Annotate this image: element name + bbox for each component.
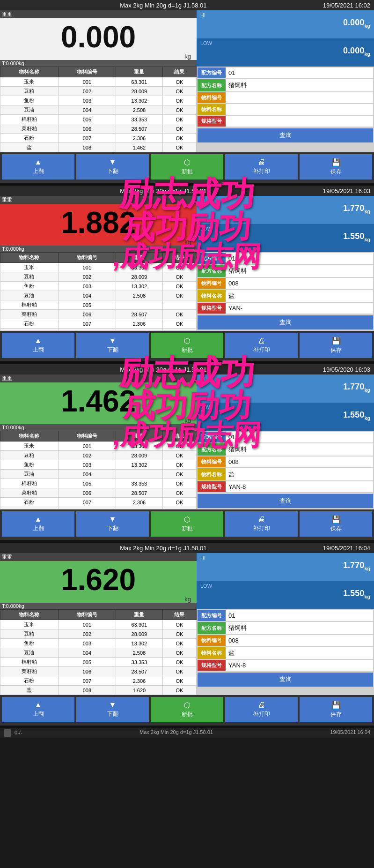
low-panel: LOW 1.550kg <box>197 224 374 252</box>
low-label: LOW <box>200 404 370 410</box>
table-row: 菜籽粕 006 28.507 OK <box>0 488 197 498</box>
query-button[interactable]: 查询 <box>198 128 373 142</box>
material-num-label: 物料编号 <box>198 278 226 289</box>
toolbar: ▲ 上翻 ▼ 下翻 ⬡ 新批 🖨 补打印 💾 保存 <box>0 152 374 181</box>
formula-name-row: 配方名称 猪饲料 <box>198 443 373 456</box>
table-row: 玉米 001 63.301 OK <box>0 77 197 87</box>
toolbar-save-btn[interactable]: 💾 保存 <box>300 697 372 722</box>
weight-label-row: 重重 <box>0 10 197 18</box>
table-row: 豆粕 002 28.009 OK <box>0 629 197 639</box>
toolbar-down-btn[interactable]: ▼ 下翻 <box>76 697 149 722</box>
header-right: 19/05/2021 16:03 <box>323 187 370 195</box>
material-name-row: 物料名称 盐 <box>198 468 373 480</box>
formula-num-value: 01 <box>226 253 373 264</box>
spec-value: YAN- <box>226 303 373 314</box>
table-header-row: 物料名称 物料编号 重量 结果 <box>0 67 197 77</box>
toolbar-up-btn[interactable]: ▲ 上翻 <box>2 154 74 180</box>
table-row: 盐 008 1.462 OK <box>0 143 197 152</box>
toolbar-up-btn[interactable]: ▲ 上翻 <box>2 697 74 722</box>
toolbar-new-btn[interactable]: ⬡ 新批 <box>151 333 223 358</box>
toolbar-new-btn[interactable]: ⬡ 新批 <box>151 511 223 537</box>
toolbar-down-btn[interactable]: ▼ 下翻 <box>76 154 149 180</box>
weight-label-row: 重重 <box>0 374 197 382</box>
toolbar-print-btn[interactable]: 🖨 补打印 <box>225 154 298 180</box>
material-name-value: 盐 <box>226 468 373 480</box>
save-icon: 💾 <box>331 701 341 710</box>
formula-name-row: 配方名称 猪饲料 <box>198 79 373 91</box>
query-button[interactable]: 查询 <box>198 315 373 329</box>
status-left: 0-/- <box>4 729 22 737</box>
info-panel: 配方编号 01 配方名称 猪饲料 物料编号 008 物料名称 盐 <box>197 431 374 509</box>
formula-name-value: 猪饲料 <box>226 443 373 456</box>
weight-main: 重重 1.620 kg T:0.000kg <box>0 553 197 609</box>
table-section: 物料名称 物料编号 重量 结果 玉米 001 63.301 OK 豆粕 002 … <box>0 431 374 509</box>
toolbar-down-btn[interactable]: ▼ 下翻 <box>76 511 149 537</box>
formula-num-label: 配方编号 <box>198 610 226 621</box>
weight-unit: kg <box>0 417 197 424</box>
header-center: Max 2kg Min 20g d=1g J1.58.01 <box>120 187 206 195</box>
formula-name-label: 配方名称 <box>198 265 226 277</box>
query-button[interactable]: 查询 <box>198 494 373 508</box>
weight-unit: kg <box>0 239 197 246</box>
toolbar-save-btn[interactable]: 💾 保存 <box>300 154 372 180</box>
toolbar-save-btn[interactable]: 💾 保存 <box>300 511 372 537</box>
weight-area: 重重 0.000 kg T:0.000kg HI 0.000kg <box>0 10 374 67</box>
info-panel: 配方编号 01 配方名称 猪饲料 物料编号 物料名称 <box>197 67 374 152</box>
spec-row: 规格型号 YAN-8 <box>198 660 373 671</box>
toolbar-print-btn[interactable]: 🖨 补打印 <box>225 697 298 722</box>
toolbar-new-btn[interactable]: ⬡ 新批 <box>151 697 223 722</box>
formula-num-value: 01 <box>226 432 373 442</box>
table-row: 菜籽粕 006 28.507 OK <box>0 124 197 134</box>
toolbar-print-btn[interactable]: 🖨 补打印 <box>225 333 298 358</box>
data-table: 物料名称 物料编号 重量 结果 玉米 001 63.301 OK 豆粕 002 … <box>0 252 197 331</box>
table-row: 石粉 007 2.306 OK <box>0 134 197 143</box>
material-name-label: 物料名称 <box>198 290 226 302</box>
tare-row: T:0.000kg <box>0 246 197 252</box>
spec-row: 规格型号 YAN- <box>198 303 373 314</box>
formula-name-value: 猪饲料 <box>226 622 373 634</box>
material-num-row: 物料编号 <box>198 92 373 103</box>
formula-num-value: 01 <box>226 67 373 78</box>
formula-name-label: 配方名称 <box>198 443 226 456</box>
header-center: Max 2kg Min 20g d=1g J1.58.01 <box>120 366 206 373</box>
material-name-value: 盐 <box>226 290 373 302</box>
toolbar-up-btn[interactable]: ▲ 上翻 <box>2 333 74 358</box>
material-num-value <box>226 92 373 103</box>
screen-panel-4: Max 2kg Min 20g d=1g J1.58.01 19/05/2021… <box>0 543 374 726</box>
data-table: 物料名称 物料编号 重量 结果 玉米 001 63.301 OK 豆粕 002 … <box>0 67 197 152</box>
spec-label: 规格型号 <box>198 116 226 127</box>
material-num-value: 008 <box>226 635 373 646</box>
hi-label: HI <box>200 376 370 382</box>
header-right: 19/05/2021 16:02 <box>323 2 370 9</box>
new-icon: ⬡ <box>184 158 191 167</box>
table-row: 棉籽粕 005 33.353 OK <box>0 658 197 667</box>
data-table: 物料名称 物料编号 重量 结果 玉米 001 63.301 OK 豆粕 002 … <box>0 431 197 509</box>
toolbar-up-btn[interactable]: ▲ 上翻 <box>2 511 74 537</box>
toolbar-print-btn[interactable]: 🖨 补打印 <box>225 511 298 537</box>
hi-panel: HI 0.000kg <box>197 10 374 38</box>
toolbar-save-btn[interactable]: 💾 保存 <box>300 333 372 358</box>
spec-value: YAN-8 <box>226 660 373 671</box>
hi-label: HI <box>200 555 370 561</box>
low-label: LOW <box>200 40 370 46</box>
material-name-label: 物料名称 <box>198 647 226 659</box>
down-icon: ▼ <box>109 515 117 524</box>
table-section: 物料名称 物料编号 重量 结果 玉米 001 63.301 OK 豆粕 002 … <box>0 252 374 331</box>
material-num-row: 物料编号 008 <box>198 456 373 467</box>
table-row: 豆粕 002 28.009 OK <box>0 451 197 460</box>
table-row: 鱼粉 003 13.302 OK <box>0 639 197 648</box>
table-left: 物料名称 物料编号 重量 结果 玉米 001 63.301 OK 豆粕 002 … <box>0 67 197 152</box>
toolbar-new-btn[interactable]: ⬡ 新批 <box>151 154 223 180</box>
query-button[interactable]: 查询 <box>198 673 373 687</box>
formula-num-value: 01 <box>226 610 373 621</box>
table-row: 豆油 004 2.508 OK <box>0 648 197 658</box>
toolbar-down-btn[interactable]: ▼ 下翻 <box>76 333 149 358</box>
up-icon: ▲ <box>35 158 42 166</box>
weight-display: 0.000 <box>0 18 197 53</box>
low-label: LOW <box>200 226 370 232</box>
table-row: 鱼粉 003 13.302 OK <box>0 282 197 291</box>
table-row: 棉籽粕 005 33.353 OK <box>0 115 197 124</box>
toolbar: ▲ 上翻 ▼ 下翻 ⬡ 新批 🖨 补打印 💾 保存 <box>0 331 374 360</box>
print-icon: 🖨 <box>258 515 265 524</box>
material-num-value: 008 <box>226 278 373 289</box>
